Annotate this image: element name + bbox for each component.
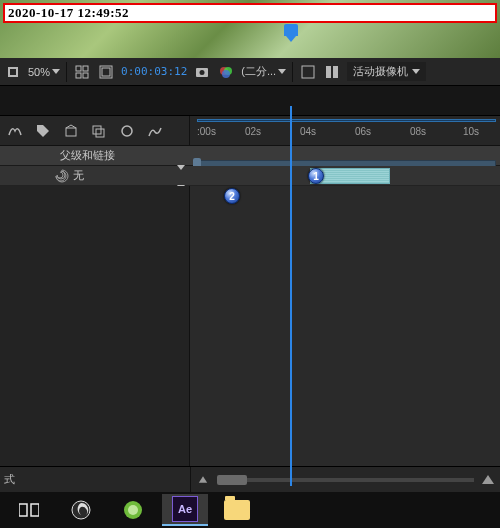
navigator-track[interactable] bbox=[217, 478, 474, 482]
time-navigator[interactable] bbox=[191, 475, 500, 484]
annotation-badge-2: 2 bbox=[224, 188, 240, 204]
navigator-thumb[interactable] bbox=[217, 475, 247, 485]
ruler-tick: 06s bbox=[355, 126, 371, 137]
mode-label: 式 bbox=[4, 472, 15, 487]
attach-icon[interactable] bbox=[118, 122, 136, 140]
viewer-toolbar: 50% 0:00:03:12 (二分... 活动摄像机 bbox=[0, 58, 500, 86]
column-splitter[interactable] bbox=[189, 116, 190, 145]
svg-point-7 bbox=[200, 70, 205, 75]
svg-rect-12 bbox=[326, 66, 331, 78]
timeline-body[interactable] bbox=[0, 186, 500, 466]
svg-rect-3 bbox=[83, 73, 88, 78]
windows-taskbar: Ae bbox=[0, 492, 500, 528]
svg-rect-18 bbox=[19, 504, 27, 516]
current-timecode[interactable]: 0:00:03:12 bbox=[121, 65, 187, 78]
box-icon[interactable] bbox=[62, 122, 80, 140]
zoom-dropdown[interactable]: 50% bbox=[28, 66, 60, 78]
parent-value[interactable]: 无 bbox=[73, 168, 168, 183]
ruler-tick: 10s bbox=[463, 126, 479, 137]
svg-rect-13 bbox=[333, 66, 338, 78]
mask-icon[interactable] bbox=[4, 63, 22, 81]
taskbar-app-browser[interactable] bbox=[110, 494, 156, 526]
folder-icon bbox=[224, 500, 250, 520]
svg-point-22 bbox=[128, 505, 138, 515]
svg-rect-15 bbox=[93, 126, 101, 134]
zoom-in-icon[interactable] bbox=[482, 475, 494, 484]
svg-rect-11 bbox=[302, 66, 314, 78]
current-time-indicator[interactable] bbox=[290, 106, 292, 486]
svg-rect-16 bbox=[96, 129, 104, 137]
after-effects-panel: 50% 0:00:03:12 (二分... 活动摄像机 bbox=[0, 58, 500, 528]
transparency-grid-icon[interactable] bbox=[299, 63, 317, 81]
taskbar-app-obs[interactable] bbox=[58, 494, 104, 526]
timeline-header-row: :00s 02s 04s 06s 08s 10s bbox=[0, 116, 500, 146]
channels-icon[interactable] bbox=[217, 63, 235, 81]
svg-rect-1 bbox=[83, 66, 88, 71]
ae-logo-icon: Ae bbox=[172, 496, 198, 522]
svg-rect-5 bbox=[102, 68, 110, 76]
safe-zones-icon[interactable] bbox=[97, 63, 115, 81]
active-camera-dropdown[interactable]: 活动摄像机 bbox=[347, 62, 426, 81]
resolution-dropdown[interactable]: (二分... bbox=[241, 64, 286, 79]
shy-icon[interactable] bbox=[6, 122, 24, 140]
resolution-label: (二分... bbox=[241, 64, 276, 79]
layer-track[interactable]: 1 bbox=[190, 166, 500, 185]
task-view-button[interactable] bbox=[6, 494, 52, 526]
ruler-tick: :00s bbox=[197, 126, 216, 137]
parent-dropdown[interactable] bbox=[172, 170, 190, 182]
parent-link-header: 父级和链接 bbox=[60, 148, 115, 163]
timestamp-text: 2020-10-17 12:49:52 bbox=[8, 5, 129, 21]
zoom-out-icon[interactable] bbox=[199, 476, 207, 482]
svg-rect-19 bbox=[31, 504, 39, 516]
svg-point-17 bbox=[122, 126, 132, 136]
ruler-tick: 02s bbox=[245, 126, 261, 137]
zoom-value: 50% bbox=[28, 66, 50, 78]
region-icon[interactable] bbox=[323, 63, 341, 81]
panel-gap bbox=[0, 86, 500, 116]
cti-head[interactable] bbox=[284, 24, 298, 36]
active-camera-label: 活动摄像机 bbox=[353, 64, 408, 79]
time-ruler[interactable]: :00s 02s 04s 06s 08s 10s bbox=[195, 116, 500, 146]
svg-rect-2 bbox=[76, 73, 81, 78]
annotation-badge-1: 1 bbox=[308, 168, 324, 184]
svg-rect-0 bbox=[76, 66, 81, 71]
svg-point-10 bbox=[222, 70, 230, 78]
snapshot-icon[interactable] bbox=[193, 63, 211, 81]
stack-icon[interactable] bbox=[90, 122, 108, 140]
chevron-down-icon bbox=[52, 69, 60, 74]
graph-icon[interactable] bbox=[146, 122, 164, 140]
chevron-down-icon bbox=[412, 69, 420, 74]
taskbar-app-after-effects[interactable]: Ae bbox=[162, 494, 208, 526]
taskbar-app-explorer[interactable] bbox=[214, 494, 260, 526]
chevron-down-icon bbox=[278, 69, 286, 74]
grid-icon[interactable] bbox=[73, 63, 91, 81]
timestamp-overlay: 2020-10-17 12:49:52 bbox=[3, 3, 497, 23]
pickwhip-icon[interactable] bbox=[55, 169, 69, 183]
timeline-footer: 式 bbox=[0, 466, 500, 492]
column-header-row: 父级和链接 bbox=[0, 146, 500, 166]
tag-icon[interactable] bbox=[34, 122, 52, 140]
svg-rect-14 bbox=[66, 128, 76, 136]
ruler-tick: 08s bbox=[410, 126, 426, 137]
layer-row[interactable]: 无 1 bbox=[0, 166, 500, 186]
ruler-tick: 04s bbox=[300, 126, 316, 137]
